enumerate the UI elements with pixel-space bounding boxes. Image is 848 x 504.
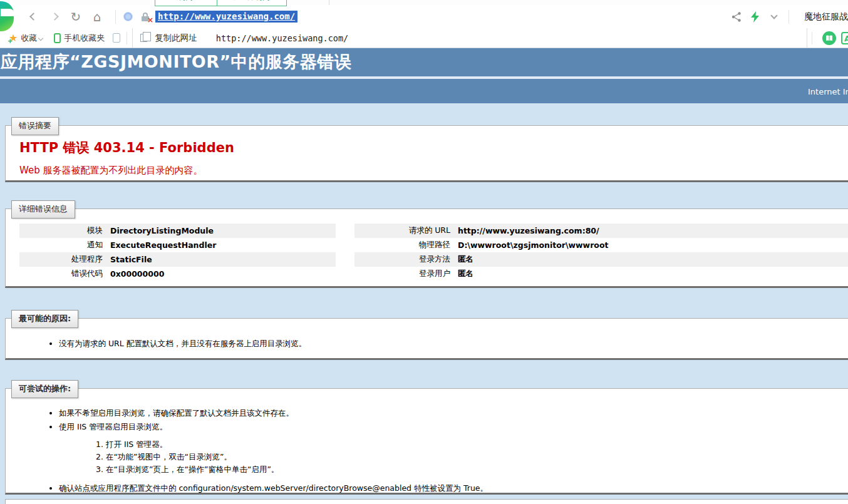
- detail-table-left: 模块 DirectoryListingModule 通知 ExecuteRequ…: [19, 224, 336, 281]
- page-bookmark-icon[interactable]: [113, 33, 120, 43]
- reader-mode-icon[interactable]: [123, 12, 133, 21]
- browser-toolbar: ↻ ⌂ × http://www.yuzesiwang.com/: [0, 5, 848, 28]
- address-context-popup: 复制网址 粘贴并访问: [155, 0, 287, 6]
- book-icon: [825, 35, 833, 41]
- refresh-icon: ↻: [71, 11, 81, 23]
- likely-causes-legend: 最可能的原因:: [11, 310, 78, 328]
- toolbar-right-separator: [789, 10, 789, 24]
- copy-url-menu-item[interactable]: 复制此网址 http://www.yuzesiwang.com/: [132, 28, 807, 48]
- home-button[interactable]: ⌂: [86, 11, 108, 23]
- reading-list-button[interactable]: [822, 31, 836, 45]
- mobile-favorites-label[interactable]: 手机收藏夹: [64, 33, 105, 44]
- table-row: 请求的 URL http://www.yuzesiwang.com:80/: [354, 224, 848, 238]
- detail-table-right: 请求的 URL http://www.yuzesiwang.com:80/ 物理…: [354, 224, 848, 281]
- try-step: 在“功能”视图中，双击“目录浏览”。: [106, 452, 848, 463]
- mobile-favorites-icon[interactable]: [54, 33, 61, 43]
- likely-causes-box: 最可能的原因: 没有为请求的 URL 配置默认文档，并且没有在服务器上启用目录浏…: [5, 318, 848, 360]
- address-bar-url[interactable]: http://www.yuzesiwang.com/: [155, 11, 297, 23]
- bookmarks-bar: ★+ 收藏 手机收藏夹 复制此网址 http://www.yuzesiwang.…: [0, 28, 848, 48]
- iis-subheader: Internet Information Services 7.0: [0, 79, 848, 103]
- copy-pages-icon: [140, 34, 147, 42]
- toolbar-separator: [115, 10, 116, 24]
- try-item: 确认站点或应用程序配置文件中的 configuration/system.web…: [59, 483, 848, 494]
- share-icon: [731, 11, 742, 23]
- chevron-down-icon: [770, 12, 777, 19]
- paste-and-visit-button[interactable]: 粘贴并访问: [217, 0, 286, 6]
- home-icon: ⌂: [93, 11, 101, 23]
- favorites-label[interactable]: 收藏: [21, 33, 37, 44]
- things-to-try-box: 可尝试的操作: 如果不希望启用目录浏览，请确保配置了默认文档并且该文件存在。 使…: [5, 388, 848, 495]
- error-heading: HTTP 错误 403.14 - Forbidden: [19, 126, 848, 157]
- refresh-button[interactable]: ↻: [65, 11, 86, 23]
- back-button[interactable]: [23, 14, 44, 19]
- server-banner: Internet Information Services 7.0: [808, 87, 848, 96]
- insecure-lock-icon[interactable]: ×: [140, 11, 152, 23]
- tab-strip[interactable]: 复制网址 粘贴并访问: [0, 0, 848, 5]
- table-row: 登录用户 匿名: [354, 267, 848, 281]
- translate-button[interactable]: A: [841, 32, 848, 44]
- table-row: 模块 DirectoryListingModule: [19, 224, 336, 238]
- accelerator-button[interactable]: [748, 11, 762, 23]
- error-description: Web 服务器被配置为不列出此目录的内容。: [19, 157, 848, 177]
- iis-error-header: 应用程序“ZGSJMONITOR”中的服务器错误: [0, 48, 848, 76]
- cause-item: 没有为请求的 URL 配置默认文档，并且没有在服务器上启用目录浏览。: [59, 339, 848, 349]
- try-step: 在“目录浏览”页上，在“操作”窗格中单击“启用”。: [106, 465, 848, 475]
- page-title: 应用程序“ZGSJMONITOR”中的服务器错误: [0, 48, 848, 76]
- forward-icon: [51, 13, 59, 21]
- bookmarks-separator: [127, 32, 127, 44]
- copy-url-button[interactable]: 复制网址: [155, 0, 217, 6]
- toolbar-menu-button[interactable]: [767, 15, 781, 18]
- try-item: 如果不希望启用目录浏览，请确保配置了默认文档并且该文件存在。: [59, 408, 848, 419]
- share-button[interactable]: [730, 11, 743, 23]
- error-summary-box: 错误摘要 HTTP 错误 403.14 - Forbidden Web 服务器被…: [5, 125, 848, 182]
- iis-error-body: 错误摘要 HTTP 错误 403.14 - Forbidden Web 服务器被…: [0, 103, 848, 504]
- detailed-error-box: 详细错误信息 模块 DirectoryListingModule 通知 Exec…: [5, 208, 848, 288]
- things-to-try-legend: 可尝试的操作:: [11, 380, 78, 398]
- copy-url-label: 复制网址: [170, 0, 200, 3]
- toolbar-right-text[interactable]: 魔地征服战: [804, 11, 848, 23]
- table-row: 物理路径 D:\wwwroot\zgsjmonitor\wwwroot: [354, 238, 848, 252]
- browser-window: 复制网址 粘贴并访问 ↻ ⌂ × http://www.yuzesiwang.c…: [0, 0, 848, 504]
- back-icon: [29, 13, 38, 21]
- detailed-error-legend: 详细错误信息: [11, 200, 75, 219]
- forward-button[interactable]: [44, 14, 65, 19]
- error-summary-legend: 错误摘要: [11, 117, 59, 135]
- bookmarks-right-separator: [812, 32, 812, 44]
- links-box-clipped: [5, 499, 848, 504]
- copy-url-menu-label: 复制此网址: [155, 33, 197, 44]
- favorites-star-icon[interactable]: ★+: [9, 33, 18, 43]
- translate-icon: A: [844, 34, 848, 43]
- table-row: 错误代码 0x00000000: [19, 267, 336, 281]
- table-row: 登录方法 匿名: [354, 252, 848, 267]
- favorites-chevron-icon[interactable]: [38, 35, 43, 40]
- try-item: 使用 IIS 管理器启用目录浏览。: [59, 422, 848, 433]
- lightning-icon: [751, 11, 760, 23]
- paste-and-visit-label: 粘贴并访问: [232, 0, 270, 3]
- try-step: 打开 IIS 管理器。: [106, 440, 848, 450]
- copy-url-menu-url: http://www.yuzesiwang.com/: [216, 33, 348, 43]
- table-row: 处理程序 StaticFile: [19, 252, 336, 267]
- tab-divider: [329, 0, 329, 5]
- table-row: 通知 ExecuteRequestHandler: [19, 238, 336, 252]
- browser-logo-icon[interactable]: [0, 1, 14, 31]
